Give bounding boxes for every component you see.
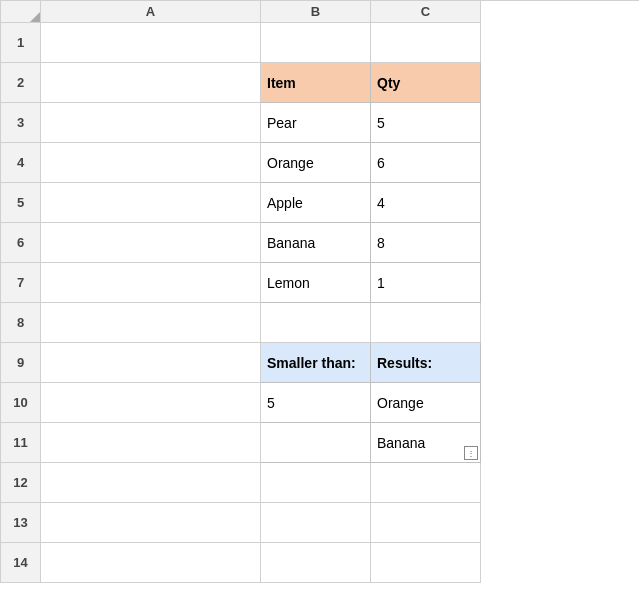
cell-a14[interactable] xyxy=(41,543,261,583)
cell-c5[interactable]: 4 xyxy=(371,183,481,223)
row-header-3: 3 xyxy=(1,103,41,143)
cell-c8[interactable] xyxy=(371,303,481,343)
cell-b2-item-header[interactable]: Item xyxy=(261,63,371,103)
cell-b3[interactable]: Pear xyxy=(261,103,371,143)
cell-c9-results[interactable]: Results: xyxy=(371,343,481,383)
row-header-13: 13 xyxy=(1,503,41,543)
cell-c7[interactable]: 1 xyxy=(371,263,481,303)
cell-a6[interactable] xyxy=(41,223,261,263)
row-header-10: 10 xyxy=(1,383,41,423)
row-header-2: 2 xyxy=(1,63,41,103)
corner-cell xyxy=(1,1,41,23)
row-header-5: 5 xyxy=(1,183,41,223)
cell-a7[interactable] xyxy=(41,263,261,303)
cell-c11-result2[interactable]: Banana ⋮ xyxy=(371,423,481,463)
paste-options-icon[interactable]: ⋮ xyxy=(464,446,478,460)
row-header-7: 7 xyxy=(1,263,41,303)
cell-b13[interactable] xyxy=(261,503,371,543)
cell-a13[interactable] xyxy=(41,503,261,543)
cell-c2-qty-header[interactable]: Qty xyxy=(371,63,481,103)
cell-a12[interactable] xyxy=(41,463,261,503)
col-header-b: B xyxy=(261,1,371,23)
cell-b10-filter-value[interactable]: 5 xyxy=(261,383,371,423)
cell-c1[interactable] xyxy=(371,23,481,63)
cell-b7[interactable]: Lemon xyxy=(261,263,371,303)
cell-a3[interactable] xyxy=(41,103,261,143)
cell-b9-smaller-than[interactable]: Smaller than: xyxy=(261,343,371,383)
cell-b6[interactable]: Banana xyxy=(261,223,371,263)
col-header-a: A xyxy=(41,1,261,23)
cell-c10-result1[interactable]: Orange xyxy=(371,383,481,423)
cell-b14[interactable] xyxy=(261,543,371,583)
col-header-c: C xyxy=(371,1,481,23)
cell-c6[interactable]: 8 xyxy=(371,223,481,263)
cell-a5[interactable] xyxy=(41,183,261,223)
cell-c12[interactable] xyxy=(371,463,481,503)
row-header-8: 8 xyxy=(1,303,41,343)
cell-a11[interactable] xyxy=(41,423,261,463)
cell-c13[interactable] xyxy=(371,503,481,543)
cell-c14[interactable] xyxy=(371,543,481,583)
cell-b5[interactable]: Apple xyxy=(261,183,371,223)
cell-b4[interactable]: Orange xyxy=(261,143,371,183)
cell-a8[interactable] xyxy=(41,303,261,343)
cell-a10[interactable] xyxy=(41,383,261,423)
cell-b12[interactable] xyxy=(261,463,371,503)
cell-a1[interactable] xyxy=(41,23,261,63)
cell-a2[interactable] xyxy=(41,63,261,103)
cell-c3[interactable]: 5 xyxy=(371,103,481,143)
cell-a4[interactable] xyxy=(41,143,261,183)
spreadsheet: A B C 1 2 Item Qty 3 Pear 5 4 Orange 6 5… xyxy=(0,0,639,583)
cell-c4[interactable]: 6 xyxy=(371,143,481,183)
cell-b11[interactable] xyxy=(261,423,371,463)
cell-a9[interactable] xyxy=(41,343,261,383)
cell-b1[interactable] xyxy=(261,23,371,63)
row-header-6: 6 xyxy=(1,223,41,263)
row-header-11: 11 xyxy=(1,423,41,463)
row-header-14: 14 xyxy=(1,543,41,583)
row-header-1: 1 xyxy=(1,23,41,63)
cell-b8[interactable] xyxy=(261,303,371,343)
row-header-9: 9 xyxy=(1,343,41,383)
row-header-4: 4 xyxy=(1,143,41,183)
row-header-12: 12 xyxy=(1,463,41,503)
